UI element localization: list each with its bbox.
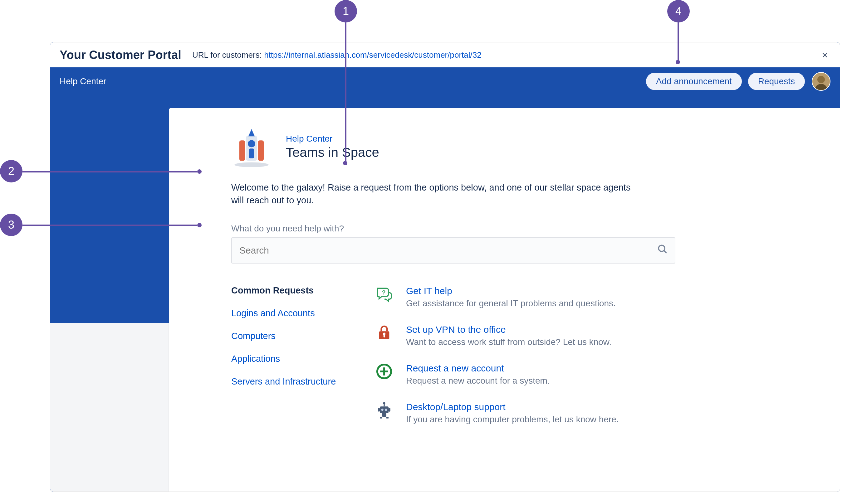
svg-point-7 — [248, 140, 255, 147]
search-icon[interactable] — [657, 244, 668, 257]
search-label: What do you need help with? — [231, 223, 784, 234]
portal-window: Your Customer Portal URL for customers: … — [50, 42, 840, 492]
category-label: Common Requests — [231, 285, 314, 295]
category-item-common-requests[interactable]: Common Requests — [231, 285, 347, 296]
svg-point-2 — [234, 162, 268, 167]
category-item-logins-and-accounts[interactable]: Logins and Accounts — [231, 308, 347, 319]
callout-badge-3: 3 — [0, 214, 22, 236]
request-item[interactable]: Desktop/Laptop supportIf you are having … — [373, 401, 784, 425]
callout-endpoint — [197, 169, 202, 174]
category-list: Common RequestsLogins and AccountsComput… — [231, 285, 347, 440]
portal-body: Common RequestsLogins and AccountsComput… — [231, 285, 784, 440]
avatar-icon — [812, 73, 830, 90]
portal-topbar: Your Customer Portal URL for customers: … — [50, 42, 840, 67]
svg-rect-8 — [249, 148, 254, 158]
callout-badge-2: 2 — [0, 160, 22, 182]
category-label: Servers and Infrastructure — [231, 376, 336, 386]
request-description: Want to access work stuff from outside? … — [406, 337, 611, 347]
callout-connector — [678, 22, 679, 60]
welcome-message: Welcome to the galaxy! Raise a request f… — [231, 181, 643, 206]
breadcrumb[interactable]: Help Center — [286, 134, 379, 144]
request-title: Desktop/Laptop support — [406, 401, 619, 413]
request-list: Get IT helpGet assistance for general IT… — [373, 285, 784, 440]
chat-question-icon — [373, 285, 395, 308]
request-description: Get assistance for general IT problems a… — [406, 299, 616, 308]
svg-rect-3 — [239, 140, 245, 161]
callout-connector — [22, 224, 197, 226]
category-label: Logins and Accounts — [231, 308, 315, 318]
category-item-computers[interactable]: Computers — [231, 331, 347, 341]
url-prefix-text: URL for customers: — [192, 50, 264, 59]
avatar[interactable] — [812, 72, 831, 91]
request-title: Get IT help — [406, 285, 616, 296]
svg-marker-6 — [248, 129, 255, 136]
category-item-applications[interactable]: Applications — [231, 354, 347, 364]
svg-rect-4 — [258, 140, 264, 161]
svg-line-10 — [664, 250, 667, 253]
category-item-servers-and-infrastructure[interactable]: Servers and Infrastructure — [231, 376, 347, 387]
plus-circle-icon — [373, 363, 395, 386]
request-item[interactable]: Get IT helpGet assistance for general IT… — [373, 285, 784, 308]
category-label: Applications — [231, 354, 280, 364]
svg-point-9 — [659, 245, 665, 251]
request-item[interactable]: Set up VPN to the officeWant to access w… — [373, 324, 784, 347]
callout-badge-1: 1 — [334, 0, 357, 22]
brand-strip: Help Center Add announcement Requests — [50, 67, 840, 95]
lock-icon — [373, 324, 395, 347]
callout-badge-4: 4 — [667, 0, 690, 22]
portal-logo-icon — [231, 127, 272, 167]
callout-connector — [22, 171, 197, 173]
portal-url-link[interactable]: https://internal.atlassian.com/servicede… — [264, 50, 482, 59]
callout-endpoint — [343, 161, 347, 165]
request-title: Set up VPN to the office — [406, 324, 611, 335]
search-input[interactable] — [239, 245, 657, 256]
svg-point-1 — [817, 76, 825, 83]
page-title: Teams in Space — [286, 145, 379, 160]
category-label: Computers — [231, 331, 276, 341]
callout-endpoint — [197, 223, 202, 227]
requests-button[interactable]: Requests — [748, 73, 805, 90]
portal-header-row: Help Center Teams in Space — [231, 127, 784, 167]
robot-icon — [373, 401, 395, 425]
portal-title: Your Customer Portal — [59, 48, 181, 62]
callout-connector — [345, 22, 346, 161]
portal-url-label: URL for customers: https://internal.atla… — [192, 50, 482, 60]
help-center-link[interactable]: Help Center — [59, 76, 106, 86]
close-icon[interactable]: × — [819, 47, 831, 64]
callout-endpoint — [676, 60, 680, 64]
portal-content-card: Help Center Teams in Space Welcome to th… — [169, 108, 840, 491]
request-description: If you are having computer problems, let… — [406, 414, 619, 425]
search-box[interactable] — [231, 237, 675, 264]
add-announcement-button[interactable]: Add announcement — [646, 73, 742, 90]
request-title: Request a new account — [406, 363, 550, 374]
request-item[interactable]: Request a new accountRequest a new accou… — [373, 363, 784, 386]
request-description: Request a new account for a system. — [406, 376, 550, 386]
